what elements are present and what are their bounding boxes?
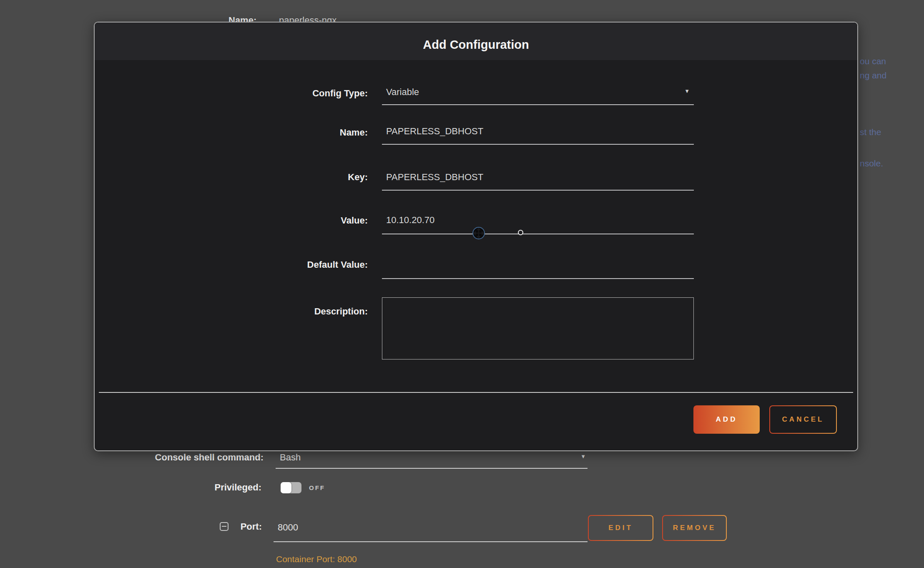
add-button[interactable]: ADD — [693, 405, 760, 434]
dialog-actions: ADD CANCEL — [693, 405, 837, 434]
footer-divider — [99, 392, 853, 393]
console-shell-command-label: Console shell command: — [138, 452, 264, 463]
click-ring-icon — [518, 230, 523, 235]
console-shell-command-value: Bash — [280, 451, 560, 464]
config-type-label: Config Type: — [95, 87, 368, 100]
remove-button[interactable]: REMOVE — [662, 515, 727, 541]
privileged-toggle[interactable] — [281, 482, 301, 493]
config-name-input[interactable] — [386, 125, 683, 138]
container-port-note: Container Port: 8000 — [276, 554, 357, 564]
name-row-value: paperless-ngx — [279, 15, 336, 22]
config-key-label: Key: — [95, 171, 368, 183]
chevron-down-icon: ▼ — [684, 88, 690, 94]
console-shell-command-select[interactable]: Bash ▼ — [276, 450, 588, 469]
port-field[interactable] — [274, 520, 588, 542]
privileged-label: Privileged: — [138, 482, 261, 493]
edit-button-label: EDIT — [589, 516, 653, 540]
chevron-down-icon: ▼ — [580, 454, 586, 459]
cancel-button[interactable]: CANCEL — [769, 405, 837, 434]
config-value-input[interactable] — [386, 214, 683, 226]
description-label: Description: — [95, 305, 368, 318]
config-name-label: Name: — [95, 126, 368, 139]
config-value-label: Value: — [95, 214, 368, 227]
dialog-title: Add Configuration — [95, 38, 857, 52]
port-input[interactable] — [278, 521, 560, 534]
move-cursor-icon — [472, 227, 485, 239]
config-key-input[interactable] — [386, 171, 683, 183]
default-value-input[interactable] — [386, 258, 683, 271]
name-row-label: Name: — [228, 15, 256, 22]
toggle-knob-icon — [281, 482, 291, 493]
config-type-select[interactable]: Variable ▼ — [382, 86, 694, 105]
privileged-state-text: OFF — [309, 484, 325, 491]
config-value-field — [382, 214, 694, 234]
dialog-header: Add Configuration — [95, 23, 857, 60]
help-text-fragment: ou can — [860, 56, 886, 66]
config-key-field — [382, 171, 694, 191]
remove-button-label: REMOVE — [663, 516, 726, 540]
description-textarea[interactable] — [382, 297, 694, 359]
default-value-label: Default Value: — [95, 259, 368, 271]
help-text-fragment: nsole. — [860, 158, 883, 168]
help-text-fragment: st the — [860, 127, 881, 137]
config-name-field — [382, 125, 694, 145]
port-label: Port: — [179, 521, 262, 532]
config-type-value: Variable — [386, 86, 419, 98]
help-text-fragment: ng and — [860, 70, 886, 80]
cancel-button-label: CANCEL — [770, 406, 836, 433]
edit-button[interactable]: EDIT — [588, 515, 653, 541]
default-value-field — [382, 258, 694, 279]
background-name-row: Name: paperless-ngx — [0, 0, 924, 22]
